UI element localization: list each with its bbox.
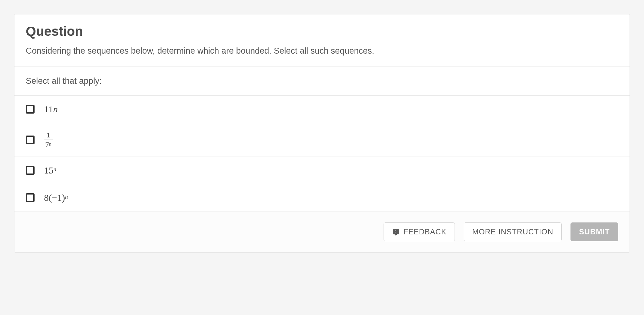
feedback-icon [392,228,400,236]
question-footer: FEEDBACK MORE INSTRUCTION SUBMIT [14,211,630,252]
question-header: Question Considering the sequences below… [14,14,630,67]
option-expression: 8(−1)n [44,192,68,203]
option-expression: 15n [44,165,56,176]
option-expression: 11n [44,104,58,115]
checkbox[interactable] [26,136,35,144]
question-title: Question [26,24,618,39]
question-prompt: Considering the sequences below, determi… [26,45,618,56]
option-expression: 17n [44,131,53,148]
submit-button[interactable]: SUBMIT [570,222,618,241]
page-root: Question Considering the sequences below… [0,0,644,267]
select-instruction: Select all that apply: [14,67,630,96]
checkbox[interactable] [26,105,35,114]
checkbox[interactable] [26,166,35,175]
submit-label: SUBMIT [579,227,610,236]
answer-option[interactable]: 11n [14,96,630,123]
answer-option[interactable]: 17n [14,123,630,157]
answer-option[interactable]: 8(−1)n [14,184,630,211]
more-instruction-label: MORE INSTRUCTION [472,227,553,236]
feedback-button[interactable]: FEEDBACK [384,222,455,241]
answer-option[interactable]: 15n [14,157,630,184]
more-instruction-button[interactable]: MORE INSTRUCTION [464,222,562,241]
checkbox[interactable] [26,193,35,202]
question-card: Question Considering the sequences below… [14,14,630,253]
feedback-label: FEEDBACK [403,227,446,236]
